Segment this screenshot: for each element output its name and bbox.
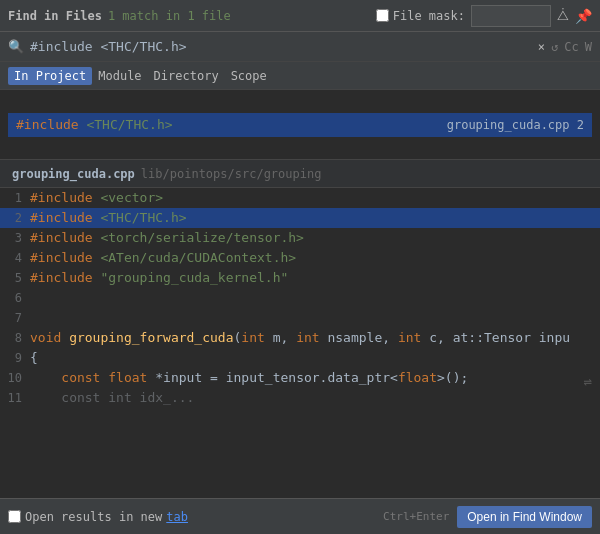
tab-link[interactable]: tab — [166, 510, 188, 524]
refresh-search-btn[interactable]: ↺ — [551, 40, 558, 54]
line-number-2: 2 — [0, 208, 30, 228]
open-results-checkbox[interactable] — [8, 510, 21, 523]
line-number-7: 7 — [0, 308, 30, 328]
code-line-10: 10 const float *input = input_tensor.dat… — [0, 368, 600, 388]
code-area: 1 #include <vector> 2 #include <THC/THC.… — [0, 188, 600, 408]
code-line-5: 5 #include "grouping_cuda_kernel.h" — [0, 268, 600, 288]
pin-icon[interactable]: 📌 — [575, 8, 592, 24]
code-line-2: 2 #include <THC/THC.h> — [0, 208, 600, 228]
file-path: lib/pointops/src/grouping — [141, 167, 322, 181]
shortcut-label: Ctrl+Enter — [383, 510, 449, 523]
open-results-checkbox-label[interactable]: Open results in new tab — [8, 510, 188, 524]
file-mask-checkbox[interactable]: File mask: — [376, 9, 465, 23]
line-number-8: 8 — [0, 328, 30, 348]
code-line-6: 6 — [0, 288, 600, 308]
search-bar: 🔍 #include <THC/THC.h> × ↺ Cc W — [0, 32, 600, 62]
line-content-6 — [30, 288, 38, 308]
line-number-9: 9 — [0, 348, 30, 368]
results-area: #include <THC/THC.h> grouping_cuda.cpp 2 — [0, 90, 600, 160]
result-file: grouping_cuda.cpp 2 — [447, 118, 584, 132]
result-text: #include <THC/THC.h> — [16, 117, 447, 132]
open-find-window-btn[interactable]: Open in Find Window — [457, 506, 592, 528]
result-row[interactable]: #include <THC/THC.h> grouping_cuda.cpp 2 — [8, 113, 592, 137]
line-number-10: 10 — [0, 368, 30, 388]
match-count: 1 match in 1 file — [108, 9, 231, 23]
line-number-3: 3 — [0, 228, 30, 248]
case-sensitive-btn[interactable]: Cc — [564, 40, 578, 54]
tab-directory[interactable]: Directory — [148, 67, 225, 85]
open-results-label: Open results in new — [25, 510, 162, 524]
code-line-7: 7 — [0, 308, 600, 328]
header-bar: Find in Files 1 match in 1 file File mas… — [0, 0, 600, 32]
file-mask-checkbox-input[interactable] — [376, 9, 389, 22]
line-content-7 — [30, 308, 38, 328]
line-content-3: #include <torch/serialize/tensor.h> — [30, 228, 304, 248]
code-line-3: 3 #include <torch/serialize/tensor.h> — [0, 228, 600, 248]
code-line-4: 4 #include <ATen/cuda/CUDAContext.h> — [0, 248, 600, 268]
file-mask-label: File mask: — [393, 9, 465, 23]
line-content-9: { — [30, 348, 38, 368]
line-content-1: #include <vector> — [30, 188, 163, 208]
file-header: grouping_cuda.cpp lib/pointops/src/group… — [0, 160, 600, 188]
panel-title: Find in Files — [8, 9, 102, 23]
file-mask-input[interactable] — [471, 5, 551, 27]
tab-bar: In Project Module Directory Scope — [0, 62, 600, 90]
scroll-icon[interactable]: ⇌ — [584, 373, 592, 389]
search-icon: 🔍 — [8, 39, 24, 54]
search-query: #include <THC/THC.h> — [30, 39, 538, 54]
line-number-5: 5 — [0, 268, 30, 288]
tab-scope[interactable]: Scope — [225, 67, 273, 85]
line-content-8: void grouping_forward_cuda(int m, int ns… — [30, 328, 570, 348]
whole-word-btn[interactable]: W — [585, 40, 592, 54]
file-name: grouping_cuda.cpp — [12, 167, 135, 181]
line-content-4: #include <ATen/cuda/CUDAContext.h> — [30, 248, 296, 268]
line-content-2: #include <THC/THC.h> — [30, 208, 187, 228]
code-line-8: 8 void grouping_forward_cuda(int m, int … — [0, 328, 600, 348]
code-line-11: 11 const int idx_... — [0, 388, 600, 408]
line-number-11: 11 — [0, 388, 30, 408]
bottom-bar: Open results in new tab Ctrl+Enter Open … — [0, 498, 600, 534]
code-line-9: 9 { — [0, 348, 600, 368]
line-number-4: 4 — [0, 248, 30, 268]
line-content-5: #include "grouping_cuda_kernel.h" — [30, 268, 288, 288]
line-content-11: const int idx_... — [30, 388, 194, 408]
filter-icon[interactable]: ⧊ — [557, 7, 569, 24]
tab-module[interactable]: Module — [92, 67, 147, 85]
line-number-6: 6 — [0, 288, 30, 308]
clear-search-btn[interactable]: × — [538, 40, 545, 54]
code-line-1: 1 #include <vector> — [0, 188, 600, 208]
line-content-10: const float *input = input_tensor.data_p… — [30, 368, 468, 388]
tab-in-project[interactable]: In Project — [8, 67, 92, 85]
line-number-1: 1 — [0, 188, 30, 208]
